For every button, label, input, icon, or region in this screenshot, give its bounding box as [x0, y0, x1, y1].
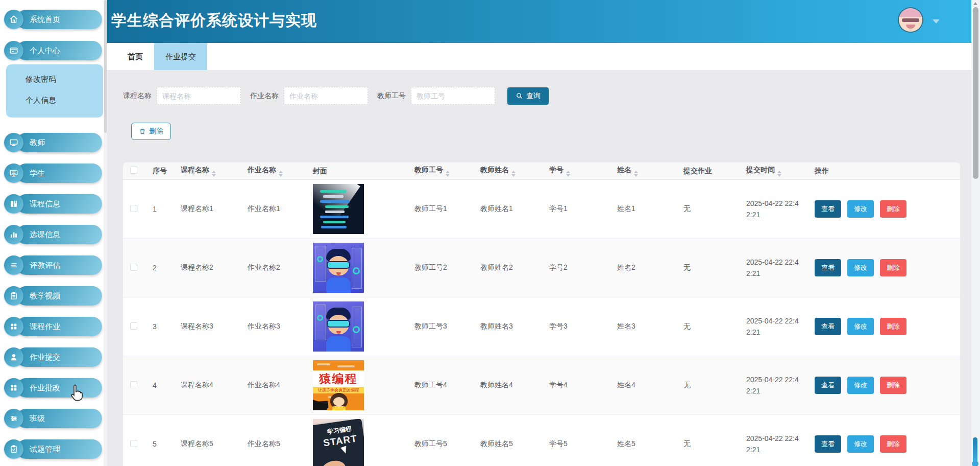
batch-delete-button[interactable]: 删除: [131, 123, 171, 140]
filter-bar: 课程名称 作业名称 教师工号 查询: [123, 87, 549, 105]
row-checkbox[interactable]: [130, 322, 137, 330]
col-student-id[interactable]: 学号: [545, 166, 613, 177]
sidebar-scrollbar-thumb[interactable]: [104, 0, 107, 133]
edit-button[interactable]: 修改: [847, 318, 874, 335]
view-button[interactable]: 查看: [815, 377, 841, 394]
delete-button[interactable]: 删除: [880, 200, 906, 218]
delete-button[interactable]: 删除: [880, 435, 906, 453]
sidebar-item-system-home[interactable]: 系统首页: [4, 9, 102, 30]
cover-image: [313, 184, 364, 234]
edit-button[interactable]: 修改: [847, 259, 874, 276]
sidebar-item-teaching-video[interactable]: 教学视频: [4, 286, 102, 306]
tab-homework-submit[interactable]: 作业提交: [154, 43, 207, 70]
cover-image: 猿编程 让孩子学会真正的编程: [313, 360, 364, 410]
teacher-name: 教师姓名5: [476, 439, 545, 449]
submitted-status: 无: [679, 263, 742, 272]
search-icon: [516, 92, 523, 100]
select-all-checkbox[interactable]: [130, 167, 137, 174]
sidebar-item-homework-grading[interactable]: 作业批改: [4, 378, 102, 398]
sliders-icon: [4, 409, 23, 428]
col-homework[interactable]: 作业名称: [243, 166, 309, 177]
teacher-name: 教师姓名2: [476, 263, 545, 272]
page-scrollbar[interactable]: [971, 0, 980, 466]
sidebar-subitem-change-password[interactable]: 修改密码: [26, 75, 56, 84]
delete-button[interactable]: 删除: [880, 259, 906, 276]
sidebar-item-course-info[interactable]: 课程信息: [4, 194, 102, 214]
cover-image: 学习编程 START: [313, 419, 364, 466]
blue-scroll-indicator[interactable]: [973, 437, 977, 464]
delete-button[interactable]: 删除: [880, 377, 906, 394]
edit-button[interactable]: 修改: [847, 377, 874, 394]
view-button[interactable]: 查看: [815, 435, 841, 453]
sort-icon[interactable]: [212, 171, 216, 177]
sort-icon[interactable]: [634, 171, 638, 177]
edit-button[interactable]: 修改: [847, 200, 874, 218]
view-button[interactable]: 查看: [815, 318, 841, 335]
edit-button[interactable]: 修改: [847, 435, 874, 453]
homework-name-input[interactable]: [284, 87, 368, 105]
cover-image: [313, 301, 364, 352]
course-name: 课程名称3: [177, 322, 243, 331]
view-button[interactable]: 查看: [815, 259, 841, 276]
submit-time: 2025-04-22 22:42:21: [746, 433, 803, 456]
student-id: 学号1: [545, 204, 613, 214]
sidebar-item-student[interactable]: 学生: [4, 163, 102, 183]
teacher-id-input[interactable]: [411, 87, 495, 105]
sort-icon[interactable]: [511, 171, 516, 177]
delete-button[interactable]: 删除: [880, 318, 906, 335]
teacher-id: 教师工号4: [410, 381, 476, 390]
col-teacher-name[interactable]: 教师姓名: [476, 166, 545, 177]
homework-name: 作业名称2: [243, 263, 309, 272]
sidebar-item-course-selection[interactable]: 选课信息: [4, 224, 102, 245]
row-index: 4: [149, 381, 177, 389]
sidebar-subitem-personal-info[interactable]: 个人信息: [26, 96, 56, 105]
filter-teacher-label: 教师工号: [377, 91, 406, 101]
sidebar-item-question-bank[interactable]: 试题管理: [4, 439, 102, 459]
view-button[interactable]: 查看: [815, 200, 841, 218]
user-avatar[interactable]: [899, 8, 922, 32]
row-checkbox[interactable]: [130, 440, 137, 447]
sidebar-item-evaluation[interactable]: 评教评估: [4, 255, 102, 275]
sort-icon[interactable]: [446, 171, 450, 177]
student-name: 姓名2: [613, 263, 679, 272]
sidebar-item-teacher[interactable]: 教师: [4, 132, 102, 153]
col-teacher-id[interactable]: 教师工号: [410, 166, 476, 177]
student-id: 学号4: [545, 381, 613, 390]
scroll-up-arrow-icon[interactable]: [973, 2, 977, 5]
table-row: 1 课程名称1 作业名称1 教师工号1 教师姓名: [123, 180, 960, 239]
row-checkbox[interactable]: [130, 205, 137, 212]
col-time[interactable]: 提交时间: [742, 166, 811, 177]
sidebar-item-homework-submit[interactable]: 作业提交: [4, 347, 102, 367]
row-checkbox[interactable]: [130, 264, 137, 271]
col-student-name[interactable]: 姓名: [613, 166, 679, 177]
table-row: 3 课程名称3 作业名称3 教师工号3 教师姓名3 学号3 姓名3: [123, 297, 960, 356]
sidebar: 系统首页 个人中心 修改密码 个人信息 教师 学生: [0, 0, 107, 466]
cover-title-text: 猿编程: [320, 371, 358, 387]
course-name-input[interactable]: [157, 87, 241, 105]
homework-name: 作业名称5: [243, 439, 309, 449]
course-name: 课程名称1: [177, 204, 243, 214]
sidebar-item-class[interactable]: 班级: [4, 408, 102, 429]
list-icon: [4, 255, 23, 275]
sidebar-item-course-homework[interactable]: 课程作业: [4, 316, 102, 337]
sort-icon[interactable]: [279, 171, 283, 177]
row-checkbox[interactable]: [130, 381, 137, 388]
page-scrollbar-thumb[interactable]: [973, 7, 978, 179]
sidebar-submenu: 修改密码 个人信息: [6, 64, 103, 118]
sidebar-item-label: 作业批改: [16, 378, 102, 398]
sidebar-item-personal-center[interactable]: 个人中心: [4, 40, 102, 61]
sidebar-item-label: 评教评估: [16, 255, 102, 275]
col-course[interactable]: 课程名称: [177, 166, 243, 177]
sort-icon[interactable]: [777, 171, 781, 177]
sidebar-scrollbar[interactable]: [104, 0, 107, 466]
sidebar-item-label: 课程信息: [16, 194, 102, 214]
sidebar-item-label: 课程作业: [16, 317, 102, 336]
cover-image: [313, 243, 364, 293]
table-row: 5 课程名称5 作业名称5 学习编程 START 教师工号5 教师姓名5 学号5…: [123, 415, 960, 466]
tab-home[interactable]: 首页: [116, 43, 154, 70]
teacher-id: 教师工号2: [410, 263, 476, 272]
teacher-id: 教师工号1: [410, 204, 476, 214]
chevron-down-icon[interactable]: [933, 19, 940, 24]
query-button[interactable]: 查询: [507, 87, 549, 105]
sort-icon[interactable]: [566, 171, 570, 177]
